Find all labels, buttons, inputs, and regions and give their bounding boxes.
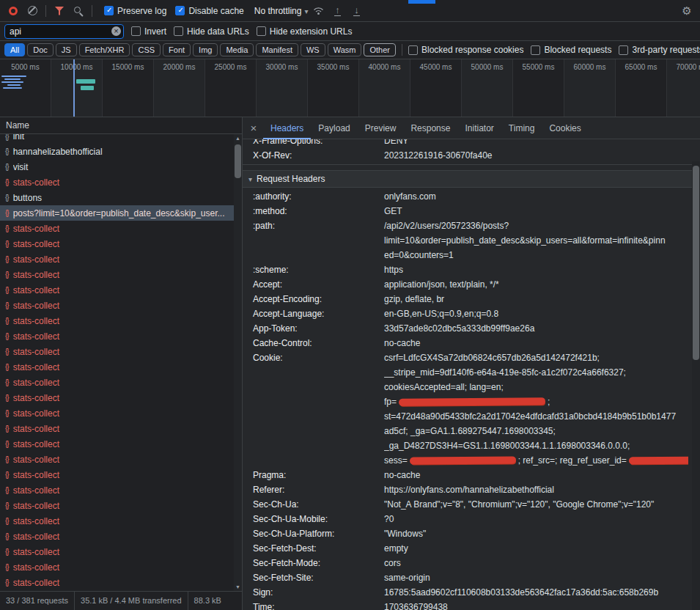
header-name: :scheme: <box>243 262 384 277</box>
request-row[interactable]: stats-collect <box>0 513 242 529</box>
header-value-text: application/json, text/plain, */* <box>384 279 499 290</box>
type-filter-ws[interactable]: WS <box>301 43 325 56</box>
request-row[interactable]: hannahelizabethofficial <box>0 144 242 159</box>
type-filter-img[interactable]: Img <box>193 43 218 56</box>
scroll-up-icon[interactable] <box>234 136 242 141</box>
request-row[interactable]: stats-collect <box>0 359 242 375</box>
request-row[interactable]: stats-collect <box>0 375 242 390</box>
hide-data-urls-checkbox[interactable]: Hide data URLs <box>174 26 249 37</box>
request-row[interactable]: stats-collect <box>0 267 242 282</box>
timeline-tick: 30000 ms <box>257 59 308 117</box>
request-row[interactable]: stats-collect <box>0 174 242 190</box>
header-value-text: 202312261916-30670fa40e <box>384 150 492 161</box>
request-name: stats-collect <box>13 470 71 480</box>
scrollbar-thumb[interactable] <box>235 144 241 178</box>
status-bar: 33 / 381 requests 35.1 kB / 4.4 MB trans… <box>0 591 242 610</box>
search-button[interactable] <box>70 2 87 20</box>
tab-payload[interactable]: Payload <box>311 117 357 139</box>
type-filter-font[interactable]: Font <box>163 43 191 56</box>
request-row[interactable]: stats-collect <box>0 452 242 467</box>
blocked-response-cookies-checkbox[interactable]: Blocked response cookies <box>408 45 523 55</box>
header-name: :method: <box>243 204 384 218</box>
invert-checkbox[interactable]: Invert <box>131 26 166 37</box>
request-row[interactable]: stats-collect <box>0 559 242 575</box>
disable-cache-label: Disable cache <box>188 6 243 16</box>
request-row[interactable]: stats-collect <box>0 436 242 452</box>
request-row[interactable]: visit <box>0 159 242 174</box>
tab-initiator[interactable]: Initiator <box>457 117 501 139</box>
type-filter-doc[interactable]: Doc <box>27 43 54 56</box>
throttling-select[interactable]: No throttling <box>254 6 309 16</box>
request-row[interactable]: stats-collect <box>0 544 242 559</box>
request-row[interactable]: stats-collect <box>0 251 242 267</box>
header-value-text: ; ref_src=; reg_ref_user_id= <box>518 455 627 466</box>
type-filter-manifest[interactable]: Manifest <box>256 43 298 56</box>
request-row[interactable]: stats-collect <box>0 236 242 251</box>
timeline-overview[interactable]: 5000 ms10000 ms15000 ms20000 ms25000 ms3… <box>0 59 700 117</box>
request-name: stats-collect <box>13 254 71 265</box>
request-row[interactable]: stats-collect <box>0 467 242 482</box>
request-row[interactable]: stats-collect <box>0 421 242 436</box>
details-scrollbar[interactable] <box>692 161 700 610</box>
tab-cookies[interactable]: Cookies <box>542 117 588 139</box>
request-list-scrollbar[interactable] <box>234 134 242 591</box>
network-conditions-button[interactable] <box>309 2 327 20</box>
header-name: Accept: <box>243 277 384 292</box>
disable-cache-checkbox[interactable]: Disable cache <box>175 6 243 16</box>
request-row[interactable]: stats-collect <box>0 575 242 590</box>
blocked-requests-checkbox[interactable]: Blocked requests <box>531 45 611 55</box>
tab-response[interactable]: Response <box>403 117 457 139</box>
request-row[interactable]: stats-collect <box>0 328 242 344</box>
request-row[interactable]: buttons <box>0 190 242 205</box>
type-filter-all[interactable]: All <box>4 43 25 56</box>
scroll-down-icon[interactable] <box>234 584 242 589</box>
clear-network-log-button[interactable] <box>23 2 41 20</box>
request-name: stats-collect <box>13 316 71 326</box>
header-row: :authority:onlyfans.com <box>243 189 700 204</box>
request-row[interactable]: stats-collect <box>0 405 242 421</box>
type-filter-other[interactable]: Other <box>364 43 396 56</box>
type-filter-fetch-xhr[interactable]: Fetch/XHR <box>79 43 130 56</box>
section-divider <box>243 164 700 165</box>
name-column-header[interactable]: Name <box>0 117 242 134</box>
header-name: X-Of-Rev: <box>243 148 384 163</box>
type-filter-css[interactable]: CSS <box>132 43 161 56</box>
import-har-button[interactable] <box>328 2 346 20</box>
request-row[interactable]: init <box>0 134 242 144</box>
filter-input[interactable] <box>4 24 124 39</box>
scrollbar-thumb[interactable] <box>693 166 699 360</box>
request-row[interactable]: stats-collect <box>0 344 242 359</box>
request-row[interactable]: stats-collect <box>0 221 242 236</box>
header-value: "Not_A Brand";v="8", "Chromium";v="120",… <box>384 497 700 512</box>
request-row[interactable]: stats-collect <box>0 313 242 328</box>
clear-filter-icon[interactable] <box>111 26 121 36</box>
type-filter-media[interactable]: Media <box>220 43 254 56</box>
header-value: onlyfans.com <box>384 189 700 204</box>
request-row[interactable]: stats-collect <box>0 390 242 405</box>
type-filter-wasm[interactable]: Wasm <box>328 43 362 56</box>
close-details-button[interactable] <box>244 122 263 134</box>
redaction-scribble <box>629 457 688 465</box>
settings-button[interactable] <box>678 2 696 20</box>
request-row[interactable]: stats-collect <box>0 298 242 313</box>
request-row[interactable]: posts?limit=10&order=publish_date_desc&s… <box>0 205 242 221</box>
preserve-log-checkbox[interactable]: Preserve log <box>104 6 166 16</box>
waterfall-bar <box>3 87 22 89</box>
request-row[interactable]: stats-collect <box>0 529 242 544</box>
filter-toggle-button[interactable] <box>51 2 68 20</box>
request-name: stats-collect <box>13 177 71 188</box>
braces-icon <box>5 363 9 371</box>
request-row[interactable]: stats-collect <box>0 498 242 513</box>
third-party-requests-checkbox[interactable]: 3rd-party requests <box>619 45 700 55</box>
tab-preview[interactable]: Preview <box>358 117 404 139</box>
request-row[interactable]: stats-collect <box>0 482 242 498</box>
record-button[interactable] <box>4 2 22 20</box>
tab-timing[interactable]: Timing <box>501 117 542 139</box>
request-headers-section[interactable]: Request Headers <box>243 170 700 188</box>
hide-extension-urls-checkbox[interactable]: Hide extension URLs <box>257 26 353 37</box>
type-filter-js[interactable]: JS <box>56 43 77 56</box>
export-har-button[interactable] <box>347 2 365 20</box>
record-icon <box>9 7 18 15</box>
tab-headers[interactable]: Headers <box>263 117 311 139</box>
request-row[interactable]: stats-collect <box>0 282 242 298</box>
